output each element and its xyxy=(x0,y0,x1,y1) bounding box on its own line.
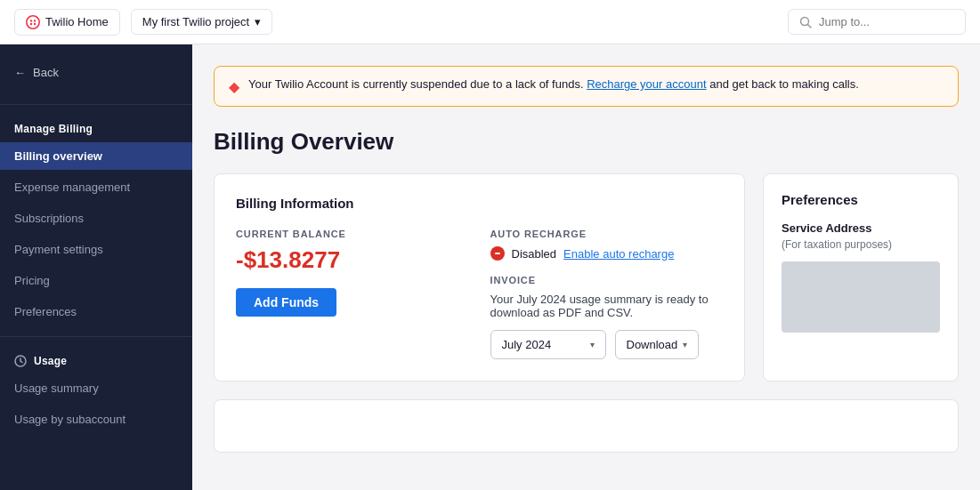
topnav-left: Twilio Home My first Twilio project ▾ xyxy=(14,9,272,36)
enable-auto-recharge-link[interactable]: Enable auto recharge xyxy=(563,247,674,261)
content-grid: Billing Information CURRENT BALANCE -$13… xyxy=(214,173,959,382)
invoice-month-selector[interactable]: July 2024 ▾ xyxy=(490,330,606,359)
sidebar-item-subscriptions[interactable]: Subscriptions xyxy=(0,205,192,232)
svg-point-1 xyxy=(30,20,32,21)
invoice-controls: July 2024 ▾ Download ▾ xyxy=(490,330,724,359)
service-address-note: (For taxation purposes) xyxy=(782,238,940,251)
disabled-label: Disabled xyxy=(512,247,557,261)
sidebar-item-pricing[interactable]: Pricing xyxy=(0,267,192,294)
svg-line-6 xyxy=(808,24,812,28)
sidebar: ← Back Manage Billing Billing overview E… xyxy=(0,44,192,490)
preferences-card: Preferences Service Address (For taxatio… xyxy=(763,173,959,382)
alert-text: Your Twilio Account is currently suspend… xyxy=(248,77,859,91)
svg-point-2 xyxy=(34,20,36,21)
project-label: My first Twilio project xyxy=(142,15,249,28)
sidebar-item-expense-management[interactable]: Expense management xyxy=(0,173,192,201)
billing-info-title: Billing Information xyxy=(236,196,723,211)
sidebar-item-usage-summary[interactable]: Usage summary xyxy=(0,374,192,402)
svg-point-3 xyxy=(30,22,32,24)
billing-columns: CURRENT BALANCE -$13.8277 Add Funds AUTO… xyxy=(236,229,723,359)
pricing-label: Pricing xyxy=(14,274,50,287)
auto-recharge-label: AUTO RECHARGE xyxy=(490,229,724,239)
sidebar-item-payment-settings[interactable]: Payment settings xyxy=(0,236,192,263)
layout: ← Back Manage Billing Billing overview E… xyxy=(0,44,980,490)
billing-overview-label: Billing overview xyxy=(14,149,102,163)
service-address-placeholder xyxy=(782,261,940,333)
download-button[interactable]: Download ▾ xyxy=(615,330,700,359)
twilio-home-label: Twilio Home xyxy=(45,15,109,28)
payment-settings-label: Payment settings xyxy=(14,243,103,256)
invoice-description: Your July 2024 usage summary is ready to… xyxy=(490,293,724,319)
search-icon xyxy=(799,16,812,28)
back-arrow-icon: ← xyxy=(14,66,26,79)
search-bar[interactable] xyxy=(788,9,966,35)
svg-point-4 xyxy=(34,22,36,24)
main-content: ◆ Your Twilio Account is currently suspe… xyxy=(192,44,980,490)
service-address-title: Service Address xyxy=(782,221,940,235)
subscriptions-label: Subscriptions xyxy=(14,212,84,225)
usage-icon xyxy=(14,355,27,367)
twilio-logo-icon xyxy=(26,15,40,29)
chevron-down-icon: ▾ xyxy=(683,340,687,349)
chevron-down-icon: ▾ xyxy=(590,340,595,349)
balance-value: -$13.8277 xyxy=(236,246,469,274)
add-funds-button[interactable]: Add Funds xyxy=(236,288,336,317)
back-label: Back xyxy=(33,66,59,79)
sidebar-divider-2 xyxy=(0,336,192,337)
usage-section: Usage xyxy=(0,348,192,371)
recharge-link[interactable]: Recharge your account xyxy=(587,77,706,91)
svg-point-0 xyxy=(27,15,39,28)
suspension-alert: ◆ Your Twilio Account is currently suspe… xyxy=(214,66,959,107)
usage-summary-label: Usage summary xyxy=(14,382,99,395)
twilio-home-button[interactable]: Twilio Home xyxy=(14,9,120,36)
sidebar-item-preferences[interactable]: Preferences xyxy=(0,298,192,325)
preferences-label: Preferences xyxy=(14,305,77,318)
disabled-icon xyxy=(490,246,505,261)
sidebar-item-usage-by-subaccount[interactable]: Usage by subaccount xyxy=(0,406,192,433)
back-button[interactable]: ← Back xyxy=(0,59,192,86)
top-navigation: Twilio Home My first Twilio project ▾ xyxy=(0,0,980,44)
sidebar-item-billing-overview[interactable]: Billing overview xyxy=(0,142,192,170)
billing-information-card: Billing Information CURRENT BALANCE -$13… xyxy=(214,173,745,382)
preferences-title: Preferences xyxy=(782,192,940,207)
warning-icon: ◆ xyxy=(229,78,239,95)
expense-management-label: Expense management xyxy=(14,181,130,194)
search-input[interactable] xyxy=(819,15,944,28)
chevron-down-icon: ▾ xyxy=(255,15,261,28)
manage-billing-section: Manage Billing xyxy=(0,116,192,139)
usage-by-subaccount-label: Usage by subaccount xyxy=(14,413,126,426)
current-balance-column: CURRENT BALANCE -$13.8277 Add Funds xyxy=(236,229,469,359)
download-label: Download xyxy=(627,338,678,351)
page-title: Billing Overview xyxy=(214,128,959,156)
invoice-month-value: July 2024 xyxy=(502,338,552,351)
sidebar-divider-1 xyxy=(0,104,192,105)
topnav-right xyxy=(788,9,966,35)
bottom-card xyxy=(214,399,959,453)
invoice-label: INVOICE xyxy=(490,275,724,285)
auto-recharge-invoice-column: AUTO RECHARGE Disabled Enable auto recha… xyxy=(490,229,724,359)
project-selector[interactable]: My first Twilio project ▾ xyxy=(131,9,272,35)
auto-recharge-status: Disabled Enable auto recharge xyxy=(490,246,724,261)
current-balance-label: CURRENT BALANCE xyxy=(236,229,469,239)
